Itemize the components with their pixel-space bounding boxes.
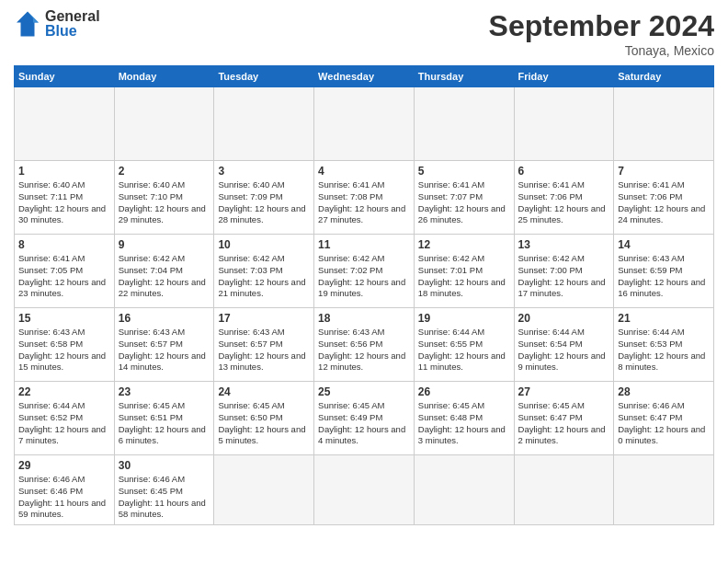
calendar-table: Sunday Monday Tuesday Wednesday Thursday… xyxy=(14,65,714,525)
day-number: 17 xyxy=(218,312,310,325)
table-row: 18 Sunrise: 6:43 AM Sunset: 6:56 PM Dayl… xyxy=(314,308,415,382)
table-row xyxy=(214,455,314,525)
table-row: 16 Sunrise: 6:43 AM Sunset: 6:57 PM Dayl… xyxy=(114,308,214,382)
day-info: Sunrise: 6:41 AM Sunset: 7:06 PM Dayligh… xyxy=(518,179,610,226)
daylight: Daylight: 12 hours and 30 minutes. xyxy=(18,203,106,225)
header: General Blue September 2024 Tonaya, Mexi… xyxy=(14,9,714,58)
sunset: Sunset: 7:10 PM xyxy=(119,191,183,201)
day-number: 30 xyxy=(119,459,210,472)
daylight: Daylight: 12 hours and 21 minutes. xyxy=(218,277,305,299)
day-info: Sunrise: 6:41 AM Sunset: 7:08 PM Dayligh… xyxy=(318,179,410,226)
day-number: 5 xyxy=(418,165,510,178)
day-number: 6 xyxy=(518,165,610,178)
daylight: Daylight: 12 hours and 26 minutes. xyxy=(418,203,506,225)
daylight: Daylight: 12 hours and 17 minutes. xyxy=(518,277,606,299)
table-row: 12 Sunrise: 6:42 AM Sunset: 7:01 PM Dayl… xyxy=(414,235,514,308)
daylight: Daylight: 12 hours and 0 minutes. xyxy=(618,424,705,446)
day-info: Sunrise: 6:43 AM Sunset: 6:57 PM Dayligh… xyxy=(218,327,310,373)
daylight: Daylight: 11 hours and 59 minutes. xyxy=(18,498,106,520)
day-info: Sunrise: 6:45 AM Sunset: 6:49 PM Dayligh… xyxy=(318,400,410,447)
day-info: Sunrise: 6:43 AM Sunset: 6:59 PM Dayligh… xyxy=(618,253,710,300)
day-number: 9 xyxy=(119,238,210,251)
sunset: Sunset: 7:04 PM xyxy=(119,265,183,275)
col-wednesday: Wednesday xyxy=(314,66,415,87)
day-info: Sunrise: 6:42 AM Sunset: 7:04 PM Dayligh… xyxy=(119,253,210,300)
sunrise: Sunrise: 6:43 AM xyxy=(119,327,185,337)
table-row xyxy=(15,87,115,161)
logo-general: General xyxy=(45,9,100,24)
table-row: 23 Sunrise: 6:45 AM Sunset: 6:51 PM Dayl… xyxy=(114,382,214,455)
logo-icon xyxy=(14,10,41,38)
sunrise: Sunrise: 6:45 AM xyxy=(218,400,284,410)
svg-marker-0 xyxy=(17,12,39,37)
sunset: Sunset: 7:11 PM xyxy=(18,191,83,201)
table-row: 30 Sunrise: 6:46 AM Sunset: 6:45 PM Dayl… xyxy=(114,455,214,525)
month-title: September 2024 xyxy=(489,9,714,43)
page: General Blue September 2024 Tonaya, Mexi… xyxy=(0,0,728,563)
sunset: Sunset: 6:56 PM xyxy=(318,339,382,349)
day-number: 20 xyxy=(518,312,610,325)
sunset: Sunset: 6:47 PM xyxy=(618,412,682,422)
day-info: Sunrise: 6:46 AM Sunset: 6:45 PM Dayligh… xyxy=(119,474,210,521)
day-number: 2 xyxy=(119,165,210,178)
day-number: 10 xyxy=(218,238,310,251)
table-row: 3 Sunrise: 6:40 AM Sunset: 7:09 PM Dayli… xyxy=(214,161,314,235)
table-row: 6 Sunrise: 6:41 AM Sunset: 7:06 PM Dayli… xyxy=(514,161,614,235)
sunrise: Sunrise: 6:42 AM xyxy=(418,253,484,263)
sunset: Sunset: 7:07 PM xyxy=(418,191,483,201)
sunrise: Sunrise: 6:44 AM xyxy=(18,400,85,410)
table-row: 27 Sunrise: 6:45 AM Sunset: 6:47 PM Dayl… xyxy=(514,382,614,455)
col-tuesday: Tuesday xyxy=(214,66,314,87)
sunrise: Sunrise: 6:40 AM xyxy=(218,179,284,190)
location: Tonaya, Mexico xyxy=(489,43,714,58)
daylight: Daylight: 12 hours and 7 minutes. xyxy=(18,424,106,446)
daylight: Daylight: 12 hours and 9 minutes. xyxy=(518,350,606,373)
day-number: 14 xyxy=(618,238,710,251)
daylight: Daylight: 12 hours and 16 minutes. xyxy=(618,277,705,299)
day-number: 13 xyxy=(518,238,610,251)
day-info: Sunrise: 6:40 AM Sunset: 7:09 PM Dayligh… xyxy=(218,179,310,226)
daylight: Daylight: 12 hours and 29 minutes. xyxy=(119,203,206,225)
day-info: Sunrise: 6:45 AM Sunset: 6:48 PM Dayligh… xyxy=(418,400,510,447)
day-info: Sunrise: 6:44 AM Sunset: 6:52 PM Dayligh… xyxy=(18,400,110,447)
table-row xyxy=(514,455,614,525)
sunset: Sunset: 7:03 PM xyxy=(218,265,282,275)
sunset: Sunset: 6:49 PM xyxy=(318,412,382,422)
table-row xyxy=(214,87,314,161)
sunset: Sunset: 6:57 PM xyxy=(119,339,183,349)
table-row: 24 Sunrise: 6:45 AM Sunset: 6:50 PM Dayl… xyxy=(214,382,314,455)
col-saturday: Saturday xyxy=(614,66,714,87)
daylight: Daylight: 12 hours and 24 minutes. xyxy=(618,203,705,225)
sunset: Sunset: 7:02 PM xyxy=(318,265,382,275)
day-info: Sunrise: 6:41 AM Sunset: 7:07 PM Dayligh… xyxy=(418,179,510,226)
table-row: 5 Sunrise: 6:41 AM Sunset: 7:07 PM Dayli… xyxy=(414,161,514,235)
table-row: 22 Sunrise: 6:44 AM Sunset: 6:52 PM Dayl… xyxy=(15,382,115,455)
sunrise: Sunrise: 6:45 AM xyxy=(119,400,185,410)
table-row: 11 Sunrise: 6:42 AM Sunset: 7:02 PM Dayl… xyxy=(314,235,415,308)
day-info: Sunrise: 6:44 AM Sunset: 6:54 PM Dayligh… xyxy=(518,327,610,373)
table-row xyxy=(114,87,214,161)
logo: General Blue xyxy=(14,9,100,39)
table-row xyxy=(414,455,514,525)
sunset: Sunset: 7:09 PM xyxy=(218,191,282,201)
day-number: 29 xyxy=(18,459,110,472)
sunrise: Sunrise: 6:45 AM xyxy=(318,400,384,410)
table-row: 25 Sunrise: 6:45 AM Sunset: 6:49 PM Dayl… xyxy=(314,382,415,455)
sunset: Sunset: 6:59 PM xyxy=(618,265,682,275)
daylight: Daylight: 12 hours and 15 minutes. xyxy=(18,350,106,373)
sunrise: Sunrise: 6:43 AM xyxy=(218,327,284,337)
day-info: Sunrise: 6:42 AM Sunset: 7:02 PM Dayligh… xyxy=(318,253,410,300)
day-number: 27 xyxy=(518,385,610,398)
sunrise: Sunrise: 6:46 AM xyxy=(618,400,684,410)
table-row: 29 Sunrise: 6:46 AM Sunset: 6:46 PM Dayl… xyxy=(15,455,115,525)
sunrise: Sunrise: 6:41 AM xyxy=(418,179,484,190)
table-row xyxy=(614,87,714,161)
sunrise: Sunrise: 6:44 AM xyxy=(518,327,585,337)
day-info: Sunrise: 6:44 AM Sunset: 6:53 PM Dayligh… xyxy=(618,327,710,373)
table-row: 4 Sunrise: 6:41 AM Sunset: 7:08 PM Dayli… xyxy=(314,161,415,235)
table-row: 14 Sunrise: 6:43 AM Sunset: 6:59 PM Dayl… xyxy=(614,235,714,308)
table-row: 17 Sunrise: 6:43 AM Sunset: 6:57 PM Dayl… xyxy=(214,308,314,382)
day-number: 8 xyxy=(18,238,110,251)
col-friday: Friday xyxy=(514,66,614,87)
sunrise: Sunrise: 6:44 AM xyxy=(418,327,484,337)
